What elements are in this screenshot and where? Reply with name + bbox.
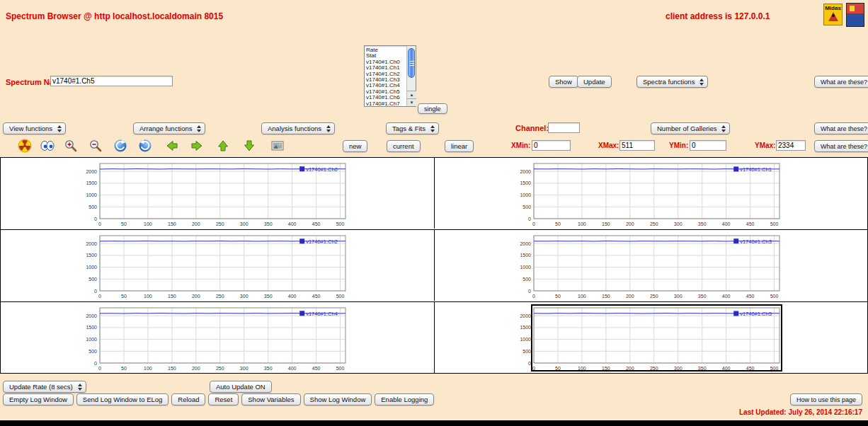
chart-v1740-ch5[interactable]: 0501001502002503003504004505000500100015… <box>435 302 868 373</box>
what-are-these-button-2[interactable]: What are these? <box>814 122 868 134</box>
svg-text:500: 500 <box>522 277 531 282</box>
scrollbar-thumb[interactable] <box>408 48 415 78</box>
svg-text:100: 100 <box>144 366 152 371</box>
spectrum-browser-page: Spectrum Browser @ http localhost.locald… <box>0 0 868 426</box>
linear-button[interactable]: linear <box>445 140 474 152</box>
chart-v1740-ch3[interactable]: 0501001502002503003504004505000500100015… <box>435 230 868 301</box>
svg-text:350: 350 <box>697 221 706 226</box>
svg-text:500: 500 <box>88 349 97 354</box>
svg-text:450: 450 <box>746 294 754 299</box>
tags-fits-select[interactable]: Tags & Fits <box>386 122 439 134</box>
svg-text:0: 0 <box>532 221 535 226</box>
svg-text:450: 450 <box>312 366 321 371</box>
current-button[interactable]: current <box>387 140 421 152</box>
midas-logo-icon: Midas <box>823 4 843 25</box>
svg-text:350: 350 <box>264 221 273 226</box>
svg-text:50: 50 <box>555 294 561 299</box>
reload-button[interactable]: Reload <box>171 393 205 405</box>
what-are-these-button-1[interactable]: What are these? <box>814 76 868 88</box>
chart-v1740-ch0[interactable]: 0501001502002503003504004505000500100015… <box>1 158 435 229</box>
rotate-left-icon[interactable] <box>113 139 127 153</box>
analysis-functions-select[interactable]: Analysis functions <box>261 122 335 134</box>
radiation-icon[interactable] <box>18 139 32 153</box>
arrow-right-icon[interactable] <box>190 139 204 153</box>
svg-text:250: 250 <box>649 294 658 299</box>
spectra-functions-label: Spectra functions <box>643 78 695 86</box>
empty-log-window-button[interactable]: Empty Log Window <box>3 393 74 405</box>
arrow-up-icon[interactable] <box>216 139 230 153</box>
svg-text:v1740#1.Ch1: v1740#1.Ch1 <box>740 166 772 173</box>
gallery-icon[interactable] <box>270 139 285 153</box>
svg-text:250: 250 <box>649 221 658 226</box>
spectra-functions-select[interactable]: Spectra functions <box>636 76 708 88</box>
svg-text:0: 0 <box>98 221 101 226</box>
view-functions-select[interactable]: View functions <box>3 122 66 134</box>
view-functions-label: View functions <box>9 125 52 132</box>
chart-v1740-ch4[interactable]: 0501001502002503003504004505000500100015… <box>1 302 435 373</box>
channel-input[interactable] <box>548 122 580 133</box>
svg-text:150: 150 <box>168 221 176 226</box>
svg-text:0: 0 <box>98 294 101 299</box>
xmax-input[interactable] <box>619 140 655 151</box>
svg-text:1500: 1500 <box>86 325 97 330</box>
svg-text:400: 400 <box>721 366 730 371</box>
update-rate-select[interactable]: Update Rate (8 secs) <box>3 381 86 393</box>
number-of-galleries-select[interactable]: Number of Galleries <box>651 122 730 134</box>
svg-text:1500: 1500 <box>86 180 97 185</box>
arrow-down-icon[interactable] <box>242 139 256 153</box>
chart-v1740-ch1[interactable]: 0501001502002503003504004505000500100015… <box>435 158 868 229</box>
svg-text:0: 0 <box>528 289 531 294</box>
svg-text:400: 400 <box>288 294 297 299</box>
svg-text:1500: 1500 <box>86 253 97 258</box>
update-button[interactable]: Update <box>577 76 612 88</box>
show-variables-button[interactable]: Show Variables <box>241 393 300 405</box>
show-log-window-button[interactable]: Show Log Window <box>304 393 372 405</box>
svg-text:250: 250 <box>649 366 658 371</box>
midas-logo-figure <box>827 11 840 23</box>
svg-text:100: 100 <box>578 294 586 299</box>
show-button[interactable]: Show <box>549 76 578 88</box>
zoom-out-icon[interactable] <box>88 139 103 153</box>
ymin-input[interactable] <box>690 140 726 151</box>
svg-text:450: 450 <box>746 221 754 226</box>
midas-logo-text: Midas <box>825 5 841 11</box>
chevron-updown-icon <box>326 125 331 132</box>
ymax-input[interactable] <box>776 140 806 151</box>
arrow-left-icon[interactable] <box>165 139 179 153</box>
chevron-updown-icon <box>430 125 435 132</box>
svg-text:100: 100 <box>144 294 152 299</box>
experiment-logo-icon <box>846 3 864 27</box>
what-are-these-button-3[interactable]: What are these? <box>814 140 868 152</box>
listbox-scrollbar[interactable]: ▲ ▼ <box>406 46 416 106</box>
scroll-down-icon[interactable]: ▼ <box>407 98 416 106</box>
send-log-to-elog-button[interactable]: Send Log Window to ELog <box>76 393 169 405</box>
spectrum-name-input[interactable] <box>50 76 173 86</box>
how-to-use-button[interactable]: How to use this page <box>790 393 862 405</box>
chart-v1740-ch2[interactable]: 0501001502002503003504004505000500100015… <box>1 230 435 301</box>
spectrum-listbox[interactable]: Rate Stat v1740#1.Ch0 v1740#1.Ch1 v1740#… <box>364 45 416 107</box>
svg-text:50: 50 <box>555 366 561 371</box>
svg-text:0: 0 <box>94 289 97 294</box>
zoom-in-icon[interactable] <box>64 139 78 153</box>
auto-update-button[interactable]: Auto Update ON <box>210 381 272 393</box>
svg-text:350: 350 <box>264 294 273 299</box>
scrollbar-grip <box>410 61 414 66</box>
svg-text:500: 500 <box>522 349 531 354</box>
svg-text:2000: 2000 <box>520 169 531 174</box>
rotate-right-icon[interactable] <box>138 139 152 153</box>
list-item[interactable]: v1740#1.Ch7 <box>365 101 406 106</box>
scroll-up-icon[interactable]: ▲ <box>407 91 416 98</box>
chart-row-2: 0501001502002503003504004505000500100015… <box>0 229 868 301</box>
single-button[interactable]: single <box>418 103 447 114</box>
new-button[interactable]: new <box>343 140 367 152</box>
svg-text:150: 150 <box>602 294 610 299</box>
ymax-label: YMax: <box>755 142 775 149</box>
arrange-functions-select[interactable]: Arrange functions <box>133 122 205 134</box>
reset-button[interactable]: Reset <box>208 393 239 405</box>
enable-logging-button[interactable]: Enable Logging <box>375 393 434 405</box>
eyes-icon[interactable] <box>40 139 55 153</box>
svg-text:450: 450 <box>312 294 321 299</box>
svg-text:50: 50 <box>121 294 127 299</box>
xmin-input[interactable] <box>532 140 571 151</box>
chevron-updown-icon <box>699 79 704 86</box>
